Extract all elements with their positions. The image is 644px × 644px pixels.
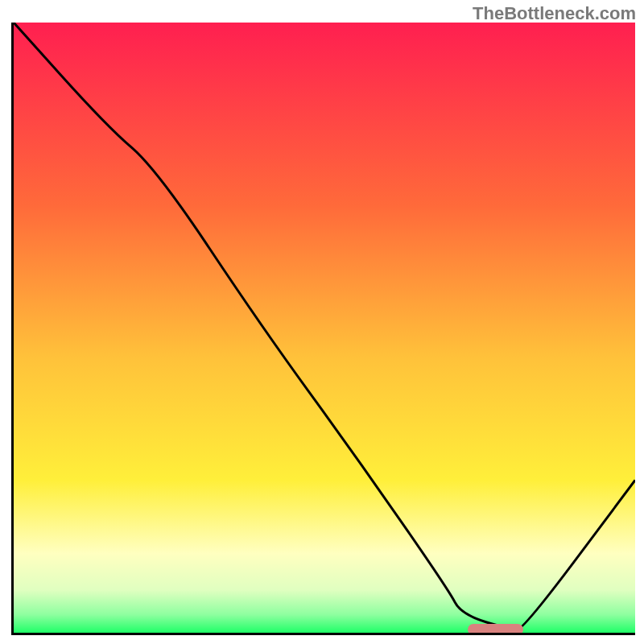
plot-area: [11, 23, 635, 635]
optimum-marker: [468, 624, 523, 635]
chart-container: TheBottleneck.com: [0, 0, 644, 644]
bottleneck-curve: [14, 23, 635, 633]
watermark-text: TheBottleneck.com: [473, 3, 636, 24]
